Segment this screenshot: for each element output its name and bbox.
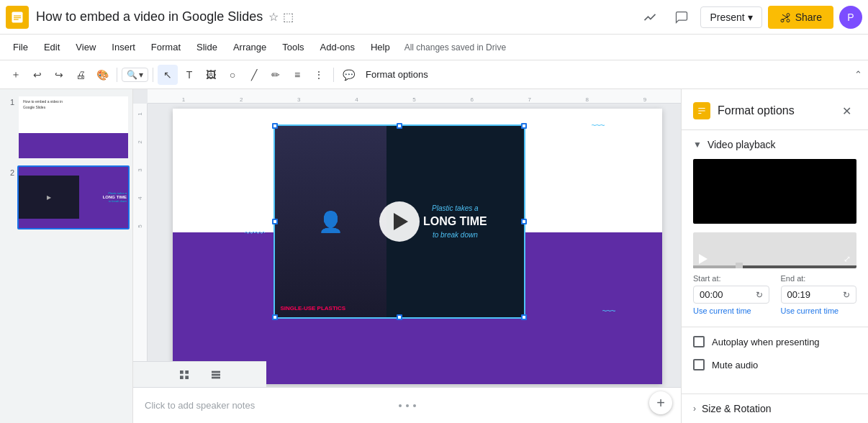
menu-arrange[interactable]: Arrange <box>226 39 273 55</box>
menu-bar: File Edit View Insert Format Slide Arran… <box>0 35 868 60</box>
toolbar-line-btn[interactable]: ╱ <box>244 65 264 85</box>
toolbar-text-btn[interactable]: T <box>179 65 199 85</box>
play-triangle <box>699 254 707 264</box>
toolbar-shapes-btn[interactable]: ○ <box>222 65 243 85</box>
slide-thumbnail-1[interactable]: 1 How to embed a video in Google Slides <box>3 95 130 160</box>
panel-resize-dots <box>399 404 416 407</box>
saved-message: All changes saved in Drive <box>404 42 506 53</box>
handle-top-left[interactable] <box>272 123 278 129</box>
svg-rect-3 <box>14 19 19 19</box>
top-bar: How to embed a video in Google Slides ☆ … <box>0 0 868 35</box>
zoom-control[interactable]: 🔍 ▾ <box>122 68 148 82</box>
slide-number-1: 1 <box>3 95 14 106</box>
handle-mid-right[interactable] <box>521 219 527 224</box>
end-time-group: End at: ↻ <box>781 274 857 304</box>
format-panel-close-button[interactable]: ✕ <box>836 101 856 121</box>
toolbar-image-btn[interactable]: 🖼 <box>201 65 221 85</box>
speaker-notes[interactable]: Click to add speaker notes + <box>133 387 681 423</box>
use-current-row: Use current time Use current time <box>682 306 868 324</box>
divider-1 <box>682 327 868 327</box>
end-time-input[interactable] <box>787 289 841 300</box>
autoplay-checkbox[interactable] <box>693 336 705 347</box>
handle-mid-left[interactable] <box>272 219 278 224</box>
svg-rect-7 <box>185 376 189 379</box>
menu-file[interactable]: File <box>6 39 35 55</box>
add-slide-button[interactable]: + <box>649 391 672 414</box>
toolbar-paint-btn[interactable]: 🎨 <box>92 65 112 85</box>
svg-rect-10 <box>212 376 220 378</box>
panel-list-view[interactable] <box>206 365 226 385</box>
toolbar-comment-btn[interactable]: 💬 <box>338 65 358 85</box>
drive-icon[interactable]: ⬚ <box>283 10 294 24</box>
video-playback-section-header[interactable]: ▼ Video playback <box>682 130 868 159</box>
format-panel: Format options ✕ ▼ Video playback ⤢ Star… <box>681 89 868 423</box>
use-current-end[interactable]: Use current time <box>781 306 857 315</box>
menu-addons[interactable]: Add-ons <box>313 39 362 55</box>
start-time-refresh-icon[interactable]: ↻ <box>756 290 763 300</box>
toolbar-cursor-btn[interactable]: ↖ <box>158 65 178 85</box>
slide-thumb-box-1[interactable]: How to embed a video in Google Slides <box>17 95 130 160</box>
time-inputs-row: Start at: ↻ End at: ↻ <box>682 274 868 306</box>
handle-top-right[interactable] <box>521 123 527 129</box>
zoom-icon: 🔍 <box>127 70 137 80</box>
toolbar-undo-btn[interactable]: ↩ <box>27 65 48 85</box>
toolbar-sep-2 <box>153 68 153 82</box>
size-rotation-section[interactable]: › Size & Rotation <box>682 394 868 423</box>
avatar[interactable]: P <box>839 6 862 29</box>
slide-video-container[interactable]: 👤 Plastic takes a LONG TIME to break dow… <box>273 124 525 319</box>
video-fullscreen-control[interactable]: ⤢ <box>844 254 851 264</box>
squiggle-top: ~~~ <box>591 120 604 130</box>
slide-thumb-inner-1: How to embed a video in Google Slides <box>19 96 128 158</box>
mute-checkbox[interactable] <box>693 359 705 370</box>
zoom-level: ▾ <box>139 70 143 80</box>
collapse-btn[interactable]: ⌃ <box>854 69 862 80</box>
star-icon[interactable]: ☆ <box>268 10 279 24</box>
slide-thumbnail-2[interactable]: 2 ▶ Plastic takes a LONG TIME to break d… <box>3 165 130 230</box>
dot-2 <box>406 404 409 407</box>
slide2-video-thumb: ▶ <box>19 176 79 219</box>
handle-bottom-left[interactable] <box>272 314 278 320</box>
toolbar-sep-1 <box>117 68 117 82</box>
toolbar-add-btn[interactable]: ＋ <box>6 65 26 85</box>
present-dropdown-icon[interactable]: ▾ <box>748 12 753 23</box>
svg-rect-9 <box>212 373 220 376</box>
top-bar-right: Present ▾ Share P <box>637 4 862 30</box>
play-button[interactable] <box>379 201 420 242</box>
menu-slide[interactable]: Slide <box>189 39 225 55</box>
video-scrubber[interactable] <box>693 265 856 268</box>
menu-tools[interactable]: Tools <box>275 39 311 55</box>
autoplay-checkbox-item[interactable]: Autoplay when presenting <box>682 330 868 353</box>
slide-slide[interactable]: 👤 Plastic takes a LONG TIME to break dow… <box>173 109 662 384</box>
video-play-control[interactable] <box>699 254 707 264</box>
mute-checkbox-item[interactable]: Mute audio <box>682 353 868 376</box>
present-label: Present <box>710 12 744 23</box>
analytics-icon[interactable] <box>637 4 663 30</box>
end-time-input-row[interactable]: ↻ <box>781 286 857 304</box>
menu-edit[interactable]: Edit <box>37 39 67 55</box>
present-button[interactable]: Present ▾ <box>700 6 761 28</box>
menu-format[interactable]: Format <box>144 39 188 55</box>
comment-icon[interactable] <box>669 4 695 30</box>
speaker-notes-text: Click to add speaker notes <box>145 400 255 411</box>
panel-grid-view[interactable] <box>174 365 194 385</box>
start-time-input[interactable] <box>700 289 753 300</box>
video-controls-bar[interactable]: ⤢ <box>693 232 856 268</box>
handle-top-mid[interactable] <box>397 123 402 129</box>
start-time-input-row[interactable]: ↻ <box>693 286 769 304</box>
end-time-refresh-icon[interactable]: ↻ <box>843 290 850 300</box>
menu-insert[interactable]: Insert <box>104 39 143 55</box>
menu-view[interactable]: View <box>68 39 103 55</box>
toolbar-more-btn[interactable]: ⋮ <box>309 65 329 85</box>
use-current-start[interactable]: Use current time <box>693 306 769 315</box>
menu-help[interactable]: Help <box>363 39 397 55</box>
slide-thumb-box-2[interactable]: ▶ Plastic takes a LONG TIME to break dow… <box>17 165 130 230</box>
handle-bottom-mid[interactable] <box>397 314 402 320</box>
video-play-overlay[interactable] <box>275 126 524 317</box>
handle-bottom-right[interactable] <box>521 314 527 320</box>
toolbar-align-btn[interactable]: ≡ <box>287 65 307 85</box>
share-button[interactable]: Share <box>768 6 833 29</box>
toolbar-pen-btn[interactable]: ✏ <box>266 65 286 85</box>
toolbar-redo-btn[interactable]: ↪ <box>49 65 69 85</box>
toolbar-print-btn[interactable]: 🖨 <box>71 65 91 85</box>
video-scrubber-thumb[interactable] <box>736 263 743 268</box>
